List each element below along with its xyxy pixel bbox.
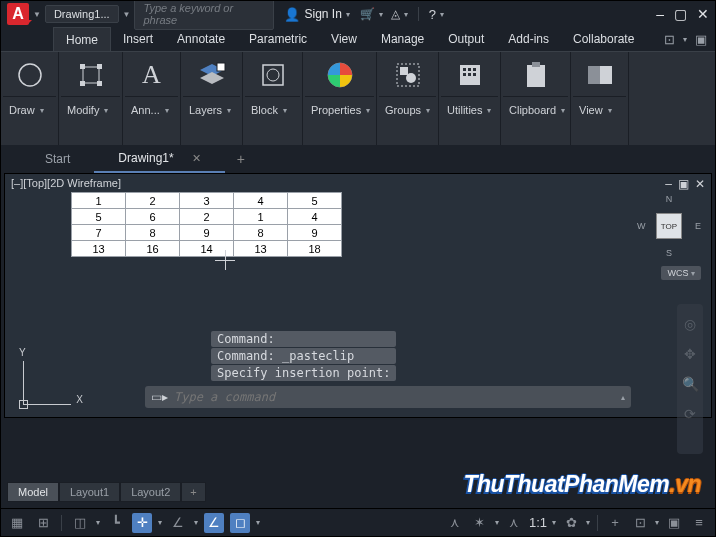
search-input[interactable]: Type a keyword or phrase <box>134 0 274 30</box>
add-scale-icon[interactable]: + <box>605 513 625 533</box>
close-button[interactable]: ✕ <box>697 6 709 22</box>
gizmo2-icon[interactable]: ⋏ <box>504 513 524 533</box>
panel-properties[interactable]: Properties▾ <box>303 52 377 145</box>
ribbon-tab-insert[interactable]: Insert <box>111 27 165 51</box>
view-cube[interactable]: N S E W TOP <box>639 196 699 256</box>
grid-icon[interactable]: ⊞ <box>33 513 53 533</box>
snap-icon[interactable]: ◫ <box>70 513 90 533</box>
help-icon[interactable]: ? <box>429 7 436 22</box>
layout-tab-model[interactable]: Model <box>7 482 59 502</box>
scale-button[interactable]: 1:1 <box>529 515 547 530</box>
ribbon-tab-manage[interactable]: Manage <box>369 27 436 51</box>
utilities-icon[interactable] <box>452 58 488 92</box>
ribbon-tab-annotate[interactable]: Annotate <box>165 27 237 51</box>
maximize-button[interactable]: ▢ <box>674 6 687 22</box>
command-line[interactable]: ▭▸ ▴ <box>145 386 631 408</box>
panel-view[interactable]: View▾ <box>571 52 629 145</box>
osnap-icon[interactable]: ∠ <box>204 513 224 533</box>
signin-caret-icon[interactable]: ▾ <box>346 10 350 19</box>
panel-modify[interactable]: Modify▾ <box>59 52 123 145</box>
cart-caret-icon[interactable]: ▾ <box>379 10 383 19</box>
viewport-minimize-icon[interactable]: – <box>665 177 672 191</box>
nav-w[interactable]: W <box>637 221 646 231</box>
pasted-excel-table[interactable]: 12345 56214 78989 1316141318 <box>71 192 342 257</box>
text-icon[interactable]: A <box>134 58 170 92</box>
layers-icon[interactable] <box>194 58 230 92</box>
viewport-restore-icon[interactable]: ▣ <box>678 177 689 191</box>
panel-draw[interactable]: Draw▾ <box>1 52 59 145</box>
ucs-icon[interactable] <box>15 355 71 411</box>
ribbon-tab-home[interactable]: Home <box>53 27 111 51</box>
filter-icon[interactable]: ✶ <box>470 513 490 533</box>
lock-ui-icon[interactable]: ⊡ <box>630 513 650 533</box>
add-layout-button[interactable]: + <box>181 482 205 502</box>
caret-icon[interactable]: ▾ <box>586 518 590 527</box>
file-tab-drawing1[interactable]: Drawing1*✕ <box>94 145 224 173</box>
caret-icon[interactable]: ▾ <box>194 518 198 527</box>
viewport-label[interactable]: [–][Top][2D Wireframe] <box>9 176 123 190</box>
command-recent-icon[interactable]: ▴ <box>621 393 625 402</box>
orbit-icon[interactable]: ⟳ <box>684 406 696 422</box>
model-space-icon[interactable]: ▦ <box>7 513 27 533</box>
a360-icon[interactable]: ◬ <box>391 7 400 21</box>
panel-utilities[interactable]: Utilities▾ <box>439 52 501 145</box>
properties-icon[interactable] <box>322 58 358 92</box>
file-tab-start[interactable]: Start <box>21 146 94 172</box>
close-tab-icon[interactable]: ✕ <box>192 152 201 164</box>
groups-icon[interactable] <box>390 58 426 92</box>
a360-caret-icon[interactable]: ▾ <box>404 10 408 19</box>
help-caret-icon[interactable]: ▾ <box>440 10 444 19</box>
panel-annotation[interactable]: A Ann...▾ <box>123 52 181 145</box>
panel-block[interactable]: Block▾ <box>243 52 303 145</box>
polar-icon[interactable]: ✛ <box>132 513 152 533</box>
caret-icon[interactable]: ▾ <box>552 518 556 527</box>
layout-tab-2[interactable]: Layout2 <box>120 482 181 502</box>
ribbon-tab-output[interactable]: Output <box>436 27 496 51</box>
app-logo[interactable]: A <box>7 3 29 25</box>
gizmo-icon[interactable]: ⋏ <box>445 513 465 533</box>
ribbon-tab-collaborate[interactable]: Collaborate <box>561 27 646 51</box>
ortho-icon[interactable]: ┗ <box>106 513 126 533</box>
document-title[interactable]: Drawing1... <box>45 5 119 23</box>
nav-s[interactable]: S <box>666 248 672 258</box>
ribbon-tab-parametric[interactable]: Parametric <box>237 27 319 51</box>
cart-icon[interactable]: 🛒 <box>360 7 375 21</box>
signin-person-icon[interactable]: 👤 <box>284 7 300 22</box>
otrack-icon[interactable]: ◻ <box>230 513 250 533</box>
caret-icon[interactable]: ▾ <box>495 518 499 527</box>
circle-icon[interactable] <box>12 58 48 92</box>
minimize-button[interactable]: – <box>656 6 664 22</box>
app-menu-caret-icon[interactable]: ▼ <box>33 10 41 19</box>
iso-icon[interactable]: ∠ <box>168 513 188 533</box>
gear-icon[interactable]: ✿ <box>561 513 581 533</box>
ribbon-tab-addins[interactable]: Add-ins <box>496 27 561 51</box>
panel-clipboard[interactable]: Clipboard▾ <box>501 52 571 145</box>
featured-apps-icon[interactable]: ⊡ <box>664 32 675 47</box>
panel-layers[interactable]: Layers▾ <box>181 52 243 145</box>
layout-tab-1[interactable]: Layout1 <box>59 482 120 502</box>
caret-icon[interactable]: ▾ <box>96 518 100 527</box>
ribbon-minimize-icon[interactable]: ▣ <box>695 32 707 47</box>
clipboard-icon[interactable] <box>518 58 554 92</box>
caret-icon[interactable]: ▾ <box>655 518 659 527</box>
ribbon-tab-view[interactable]: View <box>319 27 369 51</box>
panel-groups[interactable]: Groups▾ <box>377 52 439 145</box>
caret-icon[interactable]: ▾ <box>158 518 162 527</box>
pan-icon[interactable]: ✥ <box>684 346 696 362</box>
command-input[interactable] <box>174 390 615 404</box>
nav-n[interactable]: N <box>666 194 673 204</box>
new-tab-button[interactable]: + <box>225 147 257 171</box>
cube-face-top[interactable]: TOP <box>656 213 682 239</box>
nav-e[interactable]: E <box>695 221 701 231</box>
view-icon[interactable] <box>582 58 618 92</box>
modify-icon[interactable] <box>73 58 109 92</box>
recent-docs-caret-icon[interactable]: ▼ <box>123 10 131 19</box>
viewport-close-icon[interactable]: ✕ <box>695 177 705 191</box>
steering-wheel-icon[interactable]: ◎ <box>684 316 696 332</box>
zoom-icon[interactable]: 🔍 <box>682 376 699 392</box>
customize-icon[interactable]: ≡ <box>689 513 709 533</box>
caret-icon[interactable]: ▾ <box>256 518 260 527</box>
isolate-icon[interactable]: ▣ <box>664 513 684 533</box>
sign-in-link[interactable]: Sign In <box>304 7 341 21</box>
wcs-badge[interactable]: WCS ▾ <box>661 266 701 280</box>
